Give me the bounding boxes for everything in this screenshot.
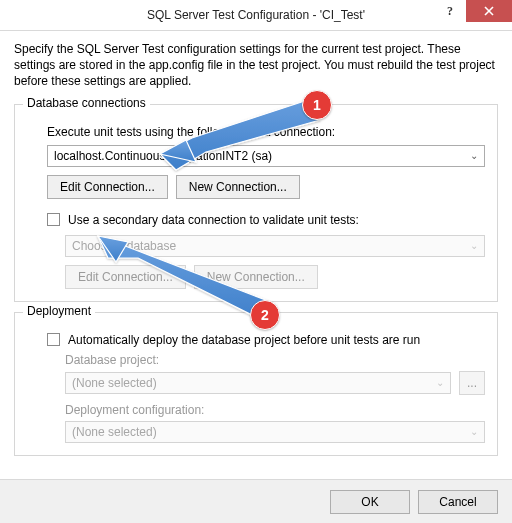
deployment-config-value: (None selected)	[72, 425, 157, 439]
auto-deploy-label: Automatically deploy the database projec…	[68, 333, 420, 347]
database-connections-label: Database connections	[23, 96, 150, 110]
help-button[interactable]: ?	[434, 0, 466, 22]
dialog-body: Specify the SQL Server Test configuratio…	[0, 31, 512, 479]
secondary-connection-placeholder: Choose a database	[72, 239, 176, 253]
help-icon: ?	[447, 4, 453, 19]
close-icon	[483, 5, 495, 17]
deployment-label: Deployment	[23, 304, 95, 318]
title-bar: SQL Server Test Configuration - 'CI_Test…	[0, 0, 512, 31]
chevron-down-icon: ⌄	[436, 377, 444, 388]
secondary-connection-checkbox[interactable]	[47, 213, 60, 226]
db-conn-content: Execute unit tests using the following d…	[27, 125, 485, 289]
database-project-value: (None selected)	[72, 376, 157, 390]
chevron-down-icon: ⌄	[470, 426, 478, 437]
dialog-window: SQL Server Test Configuration - 'CI_Test…	[0, 0, 512, 523]
primary-connection-value: localhost.ContinuousIntegrationINT2 (sa)	[54, 149, 272, 163]
cancel-button[interactable]: Cancel	[418, 490, 498, 514]
dialog-footer: OK Cancel	[0, 479, 512, 523]
deployment-content: Automatically deploy the database projec…	[27, 333, 485, 443]
database-project-label: Database project:	[65, 353, 485, 367]
deployment-config-label: Deployment configuration:	[65, 403, 485, 417]
auto-deploy-checkbox[interactable]	[47, 333, 60, 346]
secondary-connection-combo: Choose a database ⌄	[65, 235, 485, 257]
deployment-group: Deployment Automatically deploy the data…	[14, 312, 498, 456]
primary-connection-combo[interactable]: localhost.ContinuousIntegrationINT2 (sa)…	[47, 145, 485, 167]
chevron-down-icon: ⌄	[470, 240, 478, 251]
new-connection-button-secondary: New Connection...	[194, 265, 318, 289]
titlebar-buttons: ?	[434, 0, 512, 26]
deployment-config-combo: (None selected) ⌄	[65, 421, 485, 443]
new-connection-button[interactable]: New Connection...	[176, 175, 300, 199]
execute-unit-tests-label: Execute unit tests using the following d…	[47, 125, 485, 139]
ok-button[interactable]: OK	[330, 490, 410, 514]
edit-connection-button[interactable]: Edit Connection...	[47, 175, 168, 199]
browse-project-button: ...	[459, 371, 485, 395]
edit-connection-button-secondary: Edit Connection...	[65, 265, 186, 289]
database-connections-group: Database connections Execute unit tests …	[14, 104, 498, 302]
database-project-combo: (None selected) ⌄	[65, 372, 451, 394]
close-button[interactable]	[466, 0, 512, 22]
intro-text: Specify the SQL Server Test configuratio…	[14, 41, 498, 90]
chevron-down-icon: ⌄	[470, 150, 478, 161]
secondary-connection-label: Use a secondary data connection to valid…	[68, 213, 359, 227]
